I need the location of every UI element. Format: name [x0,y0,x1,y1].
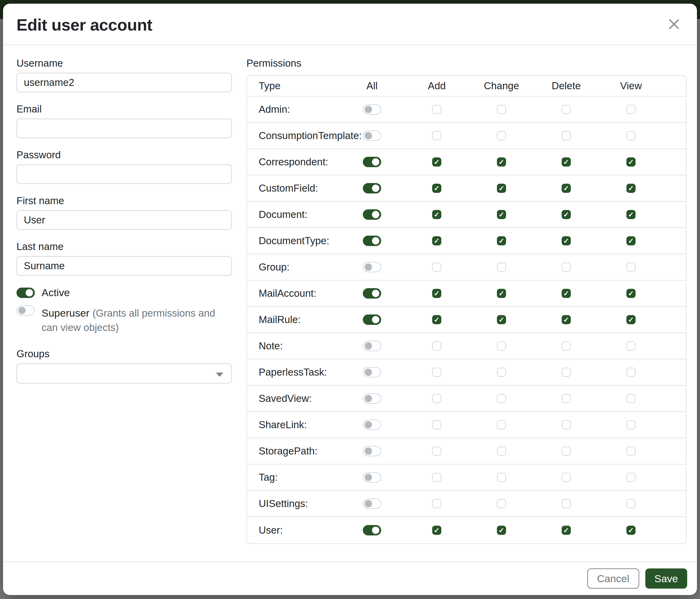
permission-view-checkbox[interactable] [626,473,635,482]
permission-all-toggle[interactable] [363,393,381,404]
permission-add-checkbox[interactable] [432,236,441,245]
close-button[interactable] [667,17,682,32]
first-name-input[interactable] [17,210,232,230]
permission-view-checkbox[interactable] [626,210,635,219]
permission-delete-checkbox[interactable] [561,315,571,324]
permission-change-checkbox[interactable] [497,394,506,403]
permission-delete-checkbox[interactable] [561,158,571,167]
permission-type-label: Note: [259,340,340,352]
permission-all-toggle[interactable] [363,236,381,246]
permission-add-checkbox[interactable] [432,105,441,114]
permission-add-checkbox[interactable] [432,447,441,456]
permission-add-checkbox[interactable] [432,473,441,482]
permission-delete-checkbox[interactable] [561,263,571,272]
permission-change-checkbox[interactable] [497,210,506,219]
permission-view-checkbox[interactable] [626,394,635,403]
permission-delete-checkbox[interactable] [561,526,571,535]
toggle-knob [26,289,33,296]
permission-change-checkbox[interactable] [497,526,506,535]
permission-delete-checkbox[interactable] [561,184,571,193]
permission-change-checkbox[interactable] [497,499,506,508]
permission-add-checkbox[interactable] [432,420,441,429]
permission-change-checkbox[interactable] [497,131,506,140]
permission-view-checkbox[interactable] [626,236,635,245]
permission-all-toggle[interactable] [363,446,381,456]
permission-add-checkbox[interactable] [432,210,441,219]
active-toggle[interactable] [17,288,35,298]
permission-view-checkbox[interactable] [626,368,635,377]
permission-change-checkbox[interactable] [497,447,506,456]
permission-all-toggle[interactable] [363,420,381,430]
groups-select[interactable] [17,363,232,384]
permission-add-checkbox[interactable] [432,263,441,272]
permission-delete-checkbox[interactable] [561,341,571,351]
permission-delete-checkbox[interactable] [561,368,571,377]
email-input[interactable] [17,119,232,138]
permission-delete-checkbox[interactable] [561,420,571,429]
permission-all-toggle[interactable] [363,104,381,115]
permission-view-checkbox[interactable] [626,420,635,429]
permission-change-checkbox[interactable] [497,236,506,245]
cancel-button[interactable]: Cancel [587,569,639,589]
permission-add-checkbox[interactable] [432,158,441,167]
permission-delete-checkbox[interactable] [561,210,571,219]
permission-delete-checkbox[interactable] [561,236,571,245]
username-input[interactable] [17,73,232,92]
permission-view-checkbox[interactable] [626,263,635,272]
permission-delete-checkbox[interactable] [561,447,571,456]
permission-delete-checkbox[interactable] [561,394,571,403]
permission-row: CustomField: [247,175,686,202]
permission-add-checkbox[interactable] [432,499,441,508]
permission-all-toggle[interactable] [363,183,381,193]
permission-view-checkbox[interactable] [626,131,635,140]
permission-change-checkbox[interactable] [497,158,506,167]
permission-add-checkbox[interactable] [432,315,441,324]
permission-all-toggle[interactable] [363,288,381,298]
password-input[interactable] [17,164,232,184]
permission-view-checkbox[interactable] [626,289,635,298]
permission-change-checkbox[interactable] [497,341,506,351]
permission-view-checkbox[interactable] [626,105,635,114]
toggle-knob [365,474,372,481]
permission-change-checkbox[interactable] [497,473,506,482]
permission-change-checkbox[interactable] [497,105,506,114]
permission-add-checkbox[interactable] [432,289,441,298]
permission-change-checkbox[interactable] [497,263,506,272]
permission-add-checkbox[interactable] [432,184,441,193]
permission-add-checkbox[interactable] [432,394,441,403]
permission-view-checkbox[interactable] [626,184,635,193]
permission-all-toggle[interactable] [363,525,381,535]
superuser-toggle[interactable] [17,305,35,316]
permission-all-toggle[interactable] [363,157,381,167]
permission-all-toggle[interactable] [363,367,381,378]
permission-delete-checkbox[interactable] [561,105,571,114]
permission-delete-checkbox[interactable] [561,289,571,298]
permission-delete-checkbox[interactable] [561,473,571,482]
permission-all-toggle[interactable] [363,262,381,272]
permission-delete-checkbox[interactable] [561,131,571,140]
permission-view-checkbox[interactable] [626,158,635,167]
permission-view-checkbox[interactable] [626,526,635,535]
permission-add-checkbox[interactable] [432,341,441,351]
permission-change-checkbox[interactable] [497,315,506,324]
permission-all-toggle[interactable] [363,314,381,325]
last-name-input[interactable] [17,256,232,275]
save-button[interactable]: Save [645,569,688,589]
permission-delete-checkbox[interactable] [561,499,571,508]
permission-view-checkbox[interactable] [626,447,635,456]
permission-all-toggle[interactable] [363,472,381,483]
permission-view-checkbox[interactable] [626,315,635,324]
permission-change-checkbox[interactable] [497,368,506,377]
permission-all-toggle[interactable] [363,341,381,351]
permission-change-checkbox[interactable] [497,184,506,193]
permission-view-checkbox[interactable] [626,341,635,351]
permission-all-toggle[interactable] [363,130,381,141]
permission-view-checkbox[interactable] [626,499,635,508]
permission-all-toggle[interactable] [363,499,381,509]
permission-add-checkbox[interactable] [432,131,441,140]
permission-add-checkbox[interactable] [432,368,441,377]
permission-add-checkbox[interactable] [432,526,441,535]
permission-change-checkbox[interactable] [497,289,506,298]
permission-all-toggle[interactable] [363,209,381,220]
permission-change-checkbox[interactable] [497,420,506,429]
